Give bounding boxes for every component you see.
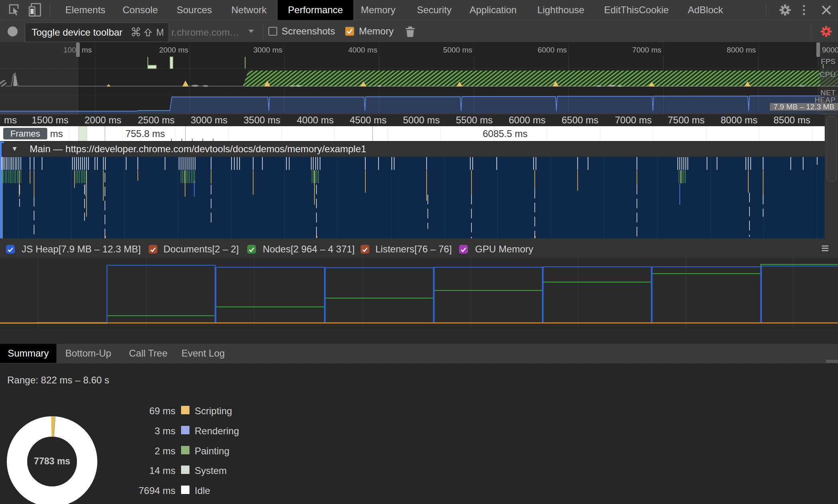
svg-text:7783 ms: 7783 ms <box>34 456 71 466</box>
svg-text:M: M <box>156 27 164 37</box>
